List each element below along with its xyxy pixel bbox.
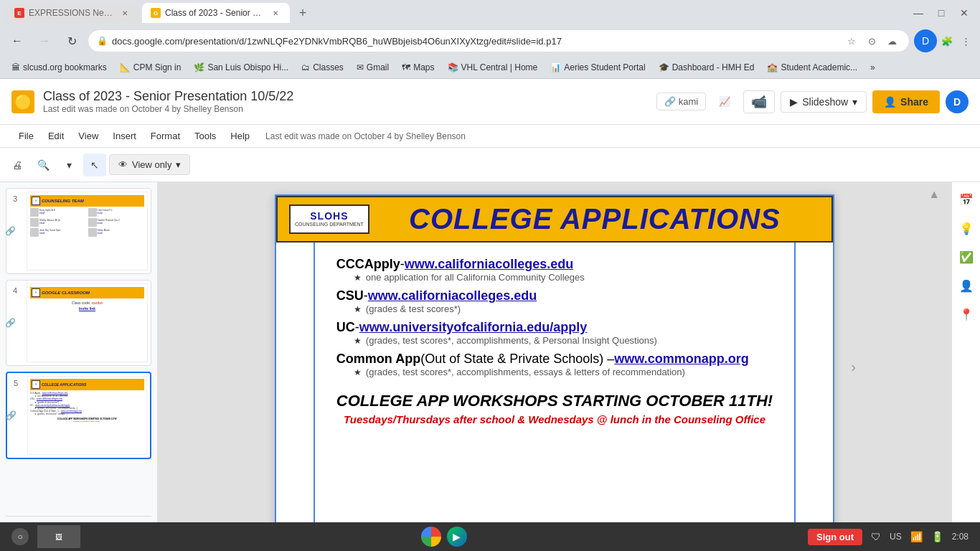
address-bar[interactable]: 🔒 docs.google.com/presentation/d/1zwNLQF… bbox=[88, 29, 910, 52]
app-title-area: Class of 2023 - Senior Presentation 10/5… bbox=[43, 89, 648, 114]
tab-presentation[interactable]: G Class of 2023 - Senior Presentat... ✕ bbox=[142, 3, 290, 23]
slide-thumb-4[interactable]: 🔗 4 S GOOGLE CLASSROOM Class code: zszdu… bbox=[6, 280, 151, 366]
csu-star: ★ bbox=[354, 304, 362, 314]
menu-format[interactable]: Format bbox=[143, 128, 187, 144]
maximize-button[interactable]: □ bbox=[931, 3, 951, 23]
settings-icon[interactable]: ⋮ bbox=[957, 32, 974, 50]
close-window-button[interactable]: ✕ bbox=[954, 3, 974, 23]
bookmark-classes[interactable]: 🗂 Classes bbox=[296, 60, 349, 75]
slide-right-arrow[interactable]: › bbox=[851, 359, 856, 375]
bookmark-slo[interactable]: 🌿 San Luis Obispo Hi... bbox=[188, 60, 294, 75]
profile-icon[interactable]: D bbox=[914, 29, 937, 52]
menu-help[interactable]: Help bbox=[223, 128, 257, 144]
tab-bar: E EXPRESSIONS Newspaper prod... ✕ G Clas… bbox=[0, 0, 980, 26]
header-icons: 🔗 kami 📈 📹 ▶ Slideshow ▾ 👤 Share D bbox=[656, 90, 969, 113]
time-label: 2:08 bbox=[952, 532, 969, 542]
zoom-button[interactable]: 🔍 bbox=[32, 154, 55, 176]
presentation-tab-label: Class of 2023 - Senior Presentat... bbox=[165, 8, 265, 18]
calendar-button[interactable]: 📅 bbox=[955, 188, 978, 211]
lens-icon[interactable]: ⊙ bbox=[863, 32, 880, 50]
cursor-tool[interactable]: ↖ bbox=[83, 154, 106, 176]
zoom-dropdown[interactable]: ▾ bbox=[57, 154, 80, 176]
share-label: Share bbox=[900, 96, 928, 108]
aeries-label: Aeries Student Portal bbox=[564, 62, 645, 72]
taskbar-right: Sign out 🛡 US 📶 🔋 2:08 bbox=[808, 529, 969, 545]
slideshow-icon: ▶ bbox=[790, 96, 798, 108]
lightbulb-button[interactable]: 💡 bbox=[955, 217, 978, 240]
gmail-label: Gmail bbox=[367, 62, 389, 72]
contacts-button[interactable]: 👤 bbox=[955, 274, 978, 297]
menu-edit[interactable]: Edit bbox=[41, 128, 71, 144]
menu-file[interactable]: File bbox=[11, 128, 41, 144]
view-only-button[interactable]: 👁 View only ▾ bbox=[109, 154, 190, 175]
shield-icon: 🛡 bbox=[871, 531, 881, 542]
cccapply-star: ★ bbox=[354, 273, 362, 283]
taskbar-thumbnail[interactable]: 🖼 bbox=[37, 525, 80, 548]
bookmark-academic[interactable]: 🏫 Student Academic... bbox=[761, 60, 863, 75]
presentation-tab-close[interactable]: ✕ bbox=[270, 7, 281, 19]
main-layout: 🔗 3 S COUNSELING TEAM Kerry Ingles A-Eem… bbox=[0, 182, 980, 551]
maps-button[interactable]: 📍 bbox=[955, 303, 978, 326]
bookmark-gmail[interactable]: ✉ Gmail bbox=[351, 60, 395, 75]
app-item-uc: UC - www.universityofcalifornia.edu/appl… bbox=[336, 320, 773, 346]
menu-tools[interactable]: Tools bbox=[187, 128, 223, 144]
bookmark-aeries[interactable]: 📊 Aeries Student Portal bbox=[545, 60, 651, 75]
back-button[interactable]: ← bbox=[6, 29, 29, 52]
more-bookmarks-label: » bbox=[870, 62, 875, 72]
bookmark-cpm[interactable]: 📐 CPM Sign in bbox=[114, 60, 187, 75]
slide-thumb-5[interactable]: 🔗 5 S COLLEGE APPLICATIONS CCCApply - ww… bbox=[6, 372, 151, 459]
chrome-logo[interactable] bbox=[421, 527, 441, 547]
slcusd-icon: 🏛 bbox=[11, 62, 20, 72]
expressions-tab-label: EXPRESSIONS Newspaper prod... bbox=[29, 8, 115, 18]
taskbar: ○ 🖼 ▶ Sign out 🛡 US 📶 🔋 2:08 bbox=[0, 522, 980, 551]
star-icon[interactable]: ☆ bbox=[843, 32, 860, 50]
trend-button[interactable]: 📈 bbox=[712, 92, 738, 111]
user-avatar[interactable]: D bbox=[946, 90, 969, 113]
bookmark-vhl[interactable]: 📚 VHL Central | Home bbox=[442, 60, 544, 75]
uc-link[interactable]: www.universityofcalifornia.edu/apply bbox=[359, 320, 587, 335]
slideshow-button[interactable]: ▶ Slideshow ▾ bbox=[781, 91, 867, 113]
share-button[interactable]: 👤 Share bbox=[872, 90, 940, 113]
bookmark-slcusd[interactable]: 🏛 slcusd.org bookmarks bbox=[6, 60, 113, 75]
cpm-label: CPM Sign in bbox=[133, 62, 182, 72]
forward-button[interactable]: → bbox=[33, 29, 56, 52]
view-only-label: View only bbox=[132, 159, 171, 170]
commonapp-link[interactable]: www.commonapp.org bbox=[614, 352, 748, 367]
college-app-title: COLLEGE APPLICATIONS bbox=[369, 203, 820, 235]
bookmark-more[interactable]: » bbox=[864, 60, 881, 75]
academic-label: Student Academic... bbox=[781, 62, 857, 72]
tasks-button[interactable]: ✅ bbox=[955, 245, 978, 268]
uc-title-row: UC - www.universityofcalifornia.edu/appl… bbox=[336, 320, 773, 335]
menu-insert[interactable]: Insert bbox=[105, 128, 143, 144]
print-button[interactable]: 🖨 bbox=[6, 154, 29, 176]
slcusd-label: slcusd.org bookmarks bbox=[23, 62, 107, 72]
extensions-icon[interactable]: 🧩 bbox=[938, 32, 956, 50]
hmh-icon: 🎓 bbox=[659, 62, 669, 72]
slide-body: CCCApply - www.californiacolleges.edu ★ … bbox=[314, 242, 796, 537]
reload-button[interactable]: ↻ bbox=[60, 29, 83, 52]
slide-outer-container: SLOHS COUNSELING DEPARTMENT COLLEGE APPL… bbox=[275, 194, 834, 539]
csu-link[interactable]: www.californiacolleges.edu bbox=[368, 288, 537, 303]
expressions-tab-close[interactable]: ✕ bbox=[119, 7, 131, 19]
bookmark-maps[interactable]: 🗺 Maps bbox=[396, 60, 440, 75]
bookmark-hmh[interactable]: 🎓 Dashboard - HMH Ed bbox=[653, 60, 760, 75]
sign-out-label: Sign out bbox=[816, 532, 854, 542]
toolbar: 🖨 🔍 ▾ ↖ 👁 View only ▾ bbox=[0, 148, 980, 182]
app-item-cccapply: CCCApply - www.californiacolleges.edu ★ … bbox=[336, 257, 773, 283]
scroll-up-arrow[interactable]: ▲ bbox=[928, 188, 940, 201]
slide-thumb-3[interactable]: 🔗 3 S COUNSELING TEAM Kerry Ingles A-Eem… bbox=[6, 188, 151, 274]
new-tab-button[interactable]: + bbox=[293, 3, 313, 23]
cccapply-link[interactable]: www.californiacolleges.edu bbox=[405, 257, 573, 272]
menu-view[interactable]: View bbox=[71, 128, 105, 144]
sign-out-button[interactable]: Sign out bbox=[808, 529, 862, 545]
tab-expressions[interactable]: E EXPRESSIONS Newspaper prod... ✕ bbox=[6, 3, 139, 23]
slide-canvas: SLOHS COUNSELING DEPARTMENT COLLEGE APPL… bbox=[275, 194, 834, 539]
minimize-button[interactable]: — bbox=[908, 3, 928, 23]
hmh-label: Dashboard - HMH Ed bbox=[672, 62, 755, 72]
cloud-icon[interactable]: ☁ bbox=[883, 32, 900, 50]
kami-button[interactable]: 🔗 kami bbox=[656, 93, 706, 110]
csu-bullet-text: (grades & test scores*) bbox=[366, 303, 461, 314]
start-circle[interactable]: ○ bbox=[11, 528, 29, 545]
meet-button[interactable]: 📹 bbox=[743, 90, 775, 113]
play-button[interactable]: ▶ bbox=[447, 527, 467, 547]
